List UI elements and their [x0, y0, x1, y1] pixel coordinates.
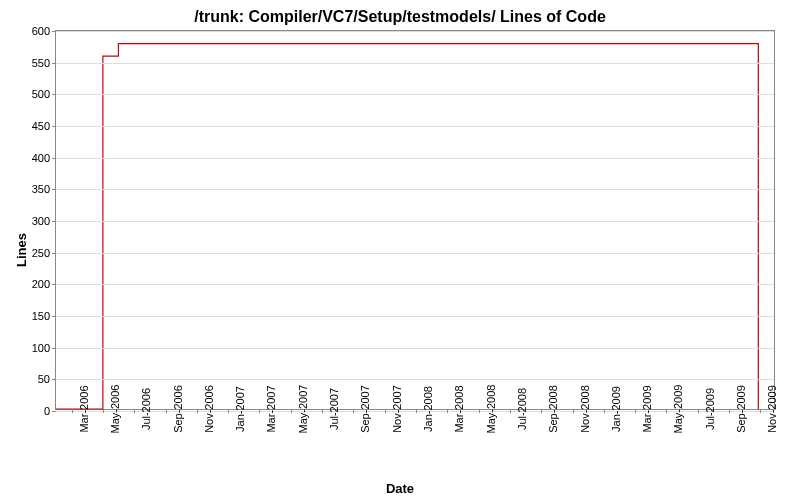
xtick-label: Mar-2006 — [72, 385, 90, 432]
gridline — [56, 31, 774, 32]
plot-area: 050100150200250300350400450500550600Mar-… — [55, 30, 775, 410]
data-line — [56, 31, 774, 409]
ytick-label: 350 — [32, 183, 56, 195]
gridline — [56, 189, 774, 190]
gridline — [56, 158, 774, 159]
gridline — [56, 348, 774, 349]
xtick-label: May-2007 — [291, 385, 309, 434]
xtick-label: Nov-2006 — [197, 385, 215, 433]
xtick-label: Jul-2009 — [698, 388, 716, 430]
xtick-label: Jan-2007 — [228, 386, 246, 432]
ytick-label: 500 — [32, 88, 56, 100]
gridline — [56, 126, 774, 127]
xtick-label: Sep-2006 — [166, 385, 184, 433]
xtick-label: Jan-2008 — [416, 386, 434, 432]
ytick-label: 150 — [32, 310, 56, 322]
xtick-label: Nov-2007 — [385, 385, 403, 433]
gridline — [56, 316, 774, 317]
xtick-label: May-2008 — [479, 385, 497, 434]
xtick-label: Mar-2008 — [447, 385, 465, 432]
xtick-label: Nov-2008 — [573, 385, 591, 433]
y-axis-label: Lines — [14, 233, 29, 267]
ytick-label: 300 — [32, 215, 56, 227]
xtick-label: Jul-2007 — [322, 388, 340, 430]
xtick-label: Mar-2007 — [259, 385, 277, 432]
xtick-label: Nov-2009 — [760, 385, 778, 433]
ytick-label: 550 — [32, 57, 56, 69]
xtick-label: Sep-2009 — [729, 385, 747, 433]
loc-chart: /trunk: Compiler/VC7/Setup/testmodels/ L… — [0, 0, 800, 500]
xtick-label: May-2006 — [103, 385, 121, 434]
ytick-label: 450 — [32, 120, 56, 132]
gridline — [56, 94, 774, 95]
gridline — [56, 284, 774, 285]
ytick-label: 50 — [38, 373, 56, 385]
ytick-label: 250 — [32, 247, 56, 259]
ytick-label: 400 — [32, 152, 56, 164]
xtick-label: Jan-2009 — [604, 386, 622, 432]
gridline — [56, 253, 774, 254]
xtick-label: Mar-2009 — [635, 385, 653, 432]
xtick-label: Jul-2008 — [510, 388, 528, 430]
x-axis-label: Date — [386, 481, 414, 496]
gridline — [56, 63, 774, 64]
xtick-label: Sep-2008 — [541, 385, 559, 433]
ytick-label: 0 — [44, 405, 56, 417]
ytick-label: 200 — [32, 278, 56, 290]
xtick-label: May-2009 — [666, 385, 684, 434]
ytick-label: 600 — [32, 25, 56, 37]
gridline — [56, 379, 774, 380]
xtick-label: Jul-2006 — [134, 388, 152, 430]
ytick-label: 100 — [32, 342, 56, 354]
gridline — [56, 221, 774, 222]
xtick-label: Sep-2007 — [353, 385, 371, 433]
chart-title: /trunk: Compiler/VC7/Setup/testmodels/ L… — [0, 0, 800, 26]
